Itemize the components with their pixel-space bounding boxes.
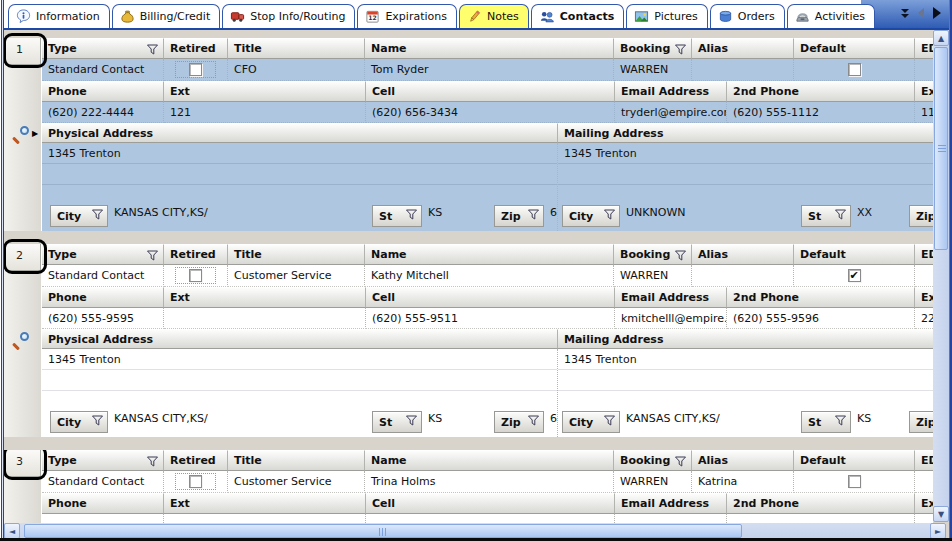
cell-booking[interactable]: WARREN <box>614 471 692 493</box>
cell-ex[interactable]: 22 <box>915 308 933 329</box>
column-header-alias[interactable]: Alias <box>692 244 794 265</box>
tab-pictures[interactable]: Pictures <box>626 4 708 28</box>
state-filter-button[interactable]: St <box>801 411 851 433</box>
column-header-physical-address[interactable]: Physical Address <box>42 329 558 349</box>
column-header-default[interactable]: Default <box>794 38 915 59</box>
column-header-2nd-phone[interactable]: 2nd Phone <box>727 493 915 514</box>
column-header-alias[interactable]: Alias <box>692 450 794 471</box>
cell-ed[interactable] <box>915 471 933 493</box>
cell-type[interactable]: Standard Contact <box>42 59 164 81</box>
cell-cell[interactable]: (620) 555-9511 <box>366 308 615 329</box>
column-header-mailing-address[interactable]: Mailing Address <box>558 123 933 143</box>
cell-2nd-phone[interactable]: (620) 555-1112 <box>727 102 915 123</box>
cell-ed[interactable] <box>915 59 933 81</box>
cell-2nd-phone[interactable]: (620) 555-9596 <box>727 308 915 329</box>
cell-ed[interactable] <box>915 265 933 287</box>
mailing-state-value[interactable]: XX <box>857 206 909 219</box>
filter-funnel-icon[interactable] <box>147 44 158 58</box>
scroll-left-button[interactable]: ◄ <box>4 523 20 539</box>
column-header-name[interactable]: Name <box>365 244 614 265</box>
scroll-tabs-right-icon[interactable] <box>933 7 941 19</box>
column-header-default[interactable]: Default <box>794 244 915 265</box>
filter-funnel-icon[interactable] <box>675 250 686 264</box>
column-header-ext[interactable]: Ext <box>164 493 366 514</box>
default-checkbox[interactable] <box>848 475 861 488</box>
zip-filter-button[interactable]: Zip <box>494 411 544 433</box>
cell-email[interactable] <box>615 514 727 523</box>
column-header-default[interactable]: Default <box>794 450 915 471</box>
column-header-booking[interactable]: Booking <box>614 450 692 471</box>
cell-name[interactable]: Kathy Mitchell <box>365 265 614 287</box>
cell-phone[interactable]: (620) 222-4444 <box>42 102 164 123</box>
cell-ext[interactable] <box>164 308 366 329</box>
physical-zip-value[interactable]: 6 <box>550 412 557 425</box>
column-header-physical-address[interactable]: Physical Address <box>42 123 558 143</box>
column-header-phone[interactable]: Phone <box>42 81 164 102</box>
cell-alias[interactable] <box>692 265 794 287</box>
column-header-ext[interactable]: Ext <box>164 287 366 308</box>
column-header-title[interactable]: Title <box>228 450 365 471</box>
column-header-ed[interactable]: ED <box>915 244 933 265</box>
city-filter-button[interactable]: City <box>50 411 108 433</box>
zip-filter-button[interactable]: Zip <box>494 205 544 227</box>
column-header-retired[interactable]: Retired <box>164 244 228 265</box>
cell-name[interactable]: Tom Ryder <box>365 59 614 81</box>
tab-activities[interactable]: Activities <box>787 4 875 28</box>
column-header-title[interactable]: Title <box>228 38 365 59</box>
zip-filter-button[interactable]: Zip <box>909 411 933 433</box>
column-header-title[interactable]: Title <box>228 244 365 265</box>
scroll-down-button[interactable]: ▼ <box>933 506 949 522</box>
cell-cell[interactable]: (620) 656-3434 <box>366 102 615 123</box>
cell-phone[interactable] <box>42 514 164 523</box>
cell-title[interactable]: CFO <box>228 59 365 81</box>
physical-address-value[interactable]: 1345 Trenton <box>42 143 557 160</box>
column-header-email[interactable]: Email Address <box>615 493 727 514</box>
filter-funnel-icon[interactable] <box>675 44 686 58</box>
column-header-retired[interactable]: Retired <box>164 38 228 59</box>
physical-address-value[interactable]: 1345 Trenton <box>42 349 557 366</box>
cell-ext[interactable]: 121 <box>164 102 366 123</box>
cell-phone[interactable]: (620) 555-9595 <box>42 308 164 329</box>
physical-city-value[interactable]: KANSAS CITY,KS/ <box>114 206 372 219</box>
column-header-email[interactable]: Email Address <box>615 81 727 102</box>
cell-booking[interactable]: WARREN <box>614 265 692 287</box>
column-header-ex[interactable]: Ex <box>915 287 933 308</box>
cell-cell[interactable] <box>366 514 615 523</box>
record-number[interactable]: 1 <box>5 38 41 65</box>
tab-billing-credit[interactable]: Billing/Credit <box>112 4 221 28</box>
tab-orders[interactable]: Orders <box>710 4 785 28</box>
cell-ex[interactable]: 11 <box>915 102 933 123</box>
cell-alias[interactable] <box>692 59 794 81</box>
state-filter-button[interactable]: St <box>372 411 422 433</box>
column-header-booking[interactable]: Booking <box>614 244 692 265</box>
state-filter-button[interactable]: St <box>372 205 422 227</box>
cell-ext[interactable] <box>164 514 366 523</box>
tab-information[interactable]: Information <box>8 4 110 28</box>
column-header-booking[interactable]: Booking <box>614 38 692 59</box>
scroll-right-button[interactable]: ► <box>930 523 946 539</box>
column-header-type[interactable]: Type <box>42 244 164 265</box>
column-header-cell[interactable]: Cell <box>366 287 615 308</box>
cell-ex[interactable] <box>915 514 933 523</box>
column-header-cell[interactable]: Cell <box>366 493 615 514</box>
magnifier-icon[interactable] <box>12 332 29 349</box>
filter-funnel-icon[interactable] <box>147 250 158 264</box>
retired-checkbox[interactable] <box>189 269 202 282</box>
cell-email[interactable]: tryderl@empire.com <box>615 102 727 123</box>
retired-checkbox[interactable] <box>189 475 202 488</box>
cell-booking[interactable]: WARREN <box>614 59 692 81</box>
column-header-type[interactable]: Type <box>42 450 164 471</box>
default-checkbox[interactable] <box>848 63 861 76</box>
physical-state-value[interactable]: KS <box>428 206 494 219</box>
column-header-name[interactable]: Name <box>365 450 614 471</box>
tab-list-menu-icon[interactable] <box>901 9 909 18</box>
column-header-ext[interactable]: Ext <box>164 81 366 102</box>
city-filter-button[interactable]: City <box>562 411 620 433</box>
city-filter-button[interactable]: City <box>562 205 620 227</box>
mailing-address-value[interactable]: 1345 Trenton <box>558 349 933 366</box>
tab-expirations[interactable]: 12 Expirations <box>357 4 457 28</box>
vertical-scrollbar-thumb[interactable] <box>934 47 948 250</box>
mailing-city-value[interactable]: UNKNOWN <box>626 206 801 219</box>
column-header-2nd-phone[interactable]: 2nd Phone <box>727 81 915 102</box>
scroll-up-button[interactable]: ▲ <box>933 30 949 46</box>
